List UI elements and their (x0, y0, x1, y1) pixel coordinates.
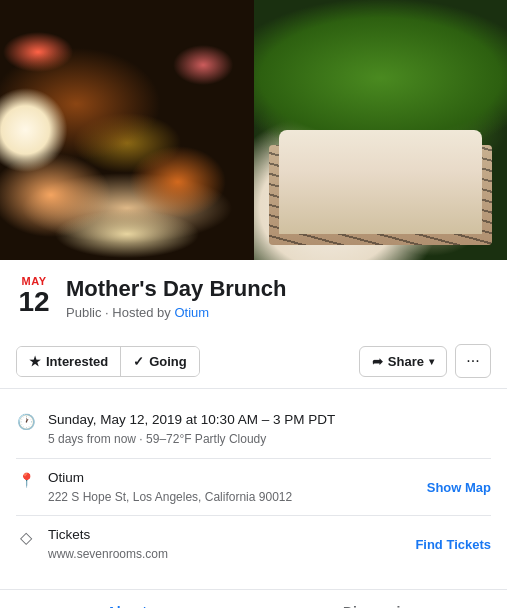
star-icon (29, 354, 41, 369)
actions-row: Interested Going Share ▾ ··· (0, 334, 507, 389)
hero-image-left (0, 0, 254, 260)
datetime-content: Sunday, May 12, 2019 at 10:30 AM – 3 PM … (48, 411, 491, 447)
tab-discussion[interactable]: Discussion (254, 590, 508, 608)
event-host-link[interactable]: Otium (174, 305, 209, 320)
hero-images (0, 0, 507, 260)
location-icon (16, 470, 36, 490)
ticket-icon (16, 527, 36, 547)
event-info: MAY 12 Mother's Day Brunch Public · Host… (0, 260, 507, 320)
datetime-primary: Sunday, May 12, 2019 at 10:30 AM – 3 PM … (48, 411, 491, 430)
event-hosted-by-prefix: Hosted by (112, 305, 171, 320)
share-label: Share (388, 354, 424, 369)
tickets-content: Tickets www.sevenrooms.com (48, 526, 403, 562)
datetime-secondary: 5 days from now · 59–72°F Partly Cloudy (48, 432, 491, 448)
share-icon (372, 354, 383, 369)
event-header: MAY 12 Mother's Day Brunch Public · Host… (16, 276, 491, 320)
event-title-block: Mother's Day Brunch Public · Hosted by O… (66, 276, 491, 320)
find-tickets-link[interactable]: Find Tickets (415, 537, 491, 552)
event-day: 12 (16, 287, 52, 318)
location-name: Otium (48, 469, 415, 488)
bottom-tabs: About Discussion (0, 589, 507, 608)
tab-about[interactable]: About (0, 590, 254, 608)
tickets-label: Tickets (48, 526, 403, 545)
share-button[interactable]: Share ▾ (359, 346, 447, 377)
clock-icon (16, 412, 36, 432)
tickets-row: Tickets www.sevenrooms.com Find Tickets (16, 516, 491, 572)
event-title: Mother's Day Brunch (66, 276, 491, 302)
more-dots-label: ··· (466, 352, 479, 370)
location-address: 222 S Hope St, Los Angeles, California 9… (48, 490, 415, 506)
more-button[interactable]: ··· (455, 344, 491, 378)
datetime-row: Sunday, May 12, 2019 at 10:30 AM – 3 PM … (16, 401, 491, 458)
show-map-link[interactable]: Show Map (427, 480, 491, 495)
details-section: Sunday, May 12, 2019 at 10:30 AM – 3 PM … (0, 389, 507, 584)
going-button[interactable]: Going (121, 347, 199, 376)
check-icon (133, 354, 144, 369)
event-date: MAY 12 (16, 276, 52, 318)
event-visibility: Public (66, 305, 101, 320)
interested-label: Interested (46, 354, 108, 369)
tab-about-label: About (107, 604, 147, 608)
tab-discussion-label: Discussion (343, 604, 418, 608)
rsvp-button-group: Interested Going (16, 346, 200, 377)
event-meta: Public · Hosted by Otium (66, 305, 491, 320)
going-label: Going (149, 354, 187, 369)
location-content: Otium 222 S Hope St, Los Angeles, Califo… (48, 469, 415, 505)
location-row: Otium 222 S Hope St, Los Angeles, Califo… (16, 459, 491, 516)
share-chevron-icon: ▾ (429, 356, 434, 367)
interested-button[interactable]: Interested (17, 347, 121, 376)
tickets-url: www.sevenrooms.com (48, 547, 403, 563)
hero-image-right (254, 0, 508, 260)
